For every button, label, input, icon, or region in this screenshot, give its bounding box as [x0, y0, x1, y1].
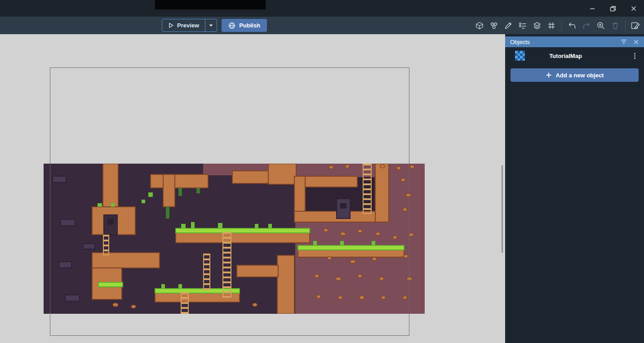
close-button[interactable] [623, 0, 644, 17]
add-object-button-label: Add a new object [556, 72, 604, 79]
events-list-button[interactable] [516, 19, 529, 32]
zoom-in-button[interactable] [595, 19, 607, 32]
undo-button[interactable] [566, 19, 578, 32]
undo-icon [568, 21, 577, 30]
object-cluster-button[interactable] [488, 19, 500, 32]
layers-button[interactable] [531, 19, 543, 32]
close-icon [633, 39, 639, 45]
minimize-button[interactable] [582, 0, 603, 17]
minimize-icon [588, 4, 596, 13]
preview-button[interactable]: Preview [162, 19, 205, 32]
3d-box-button[interactable] [473, 19, 485, 32]
objects-panel-header: Objects [505, 36, 644, 47]
scene-edit-icon [631, 21, 641, 31]
project-tab-strip [155, 0, 266, 9]
filter-icon [620, 39, 627, 45]
scene-canvas[interactable] [0, 34, 505, 343]
object-menu-button[interactable] [632, 51, 637, 61]
objects-panel: Objects Tuto [505, 34, 644, 343]
redo-icon [582, 21, 591, 30]
gdevelop-window: Preview Publish [0, 0, 644, 343]
objects-panel-title: Objects [510, 39, 614, 45]
preview-button-group: Preview [162, 19, 217, 32]
object-row-tutorialmap[interactable]: TutorialMap [505, 47, 644, 64]
pencil-icon [504, 21, 513, 30]
layers-icon [533, 21, 542, 30]
preview-button-label: Preview [177, 22, 199, 29]
toolbar: Preview Publish [0, 17, 644, 34]
scene-edit-button[interactable] [630, 19, 642, 32]
plus-icon [546, 72, 552, 78]
toolbar-separator [561, 20, 562, 31]
edit-pencil-button[interactable] [502, 19, 514, 32]
titlebar [0, 0, 644, 17]
3d-box-icon [475, 21, 484, 30]
close-window-icon [630, 4, 638, 13]
tilemap-checker-icon [515, 51, 525, 61]
objects-panel-close-button[interactable] [633, 39, 639, 45]
events-list-icon [518, 21, 527, 30]
redo-button[interactable] [580, 19, 592, 32]
canvas-vertical-scrollbar[interactable] [502, 165, 503, 253]
trash-button[interactable] [609, 19, 621, 32]
toolbar-separator [625, 20, 626, 31]
globe-icon [228, 22, 235, 29]
object-cluster-icon [489, 21, 498, 30]
restore-button[interactable] [603, 0, 623, 17]
restore-icon [609, 4, 617, 13]
play-outline-icon [168, 22, 174, 28]
grid-button[interactable] [545, 19, 557, 32]
add-object-button[interactable]: Add a new object [511, 68, 639, 82]
publish-button[interactable]: Publish [222, 19, 267, 32]
preview-dropdown-button[interactable] [205, 19, 217, 32]
trash-icon [611, 21, 620, 30]
grid-icon [547, 21, 556, 30]
zoom-in-icon [596, 21, 605, 30]
window-controls [582, 0, 644, 17]
tilemap-instance[interactable] [44, 164, 425, 314]
publish-button-label: Publish [239, 22, 260, 29]
chevron-down-icon [209, 24, 213, 27]
objects-filter-button[interactable] [620, 39, 627, 45]
object-name: TutorialMap [525, 53, 632, 59]
